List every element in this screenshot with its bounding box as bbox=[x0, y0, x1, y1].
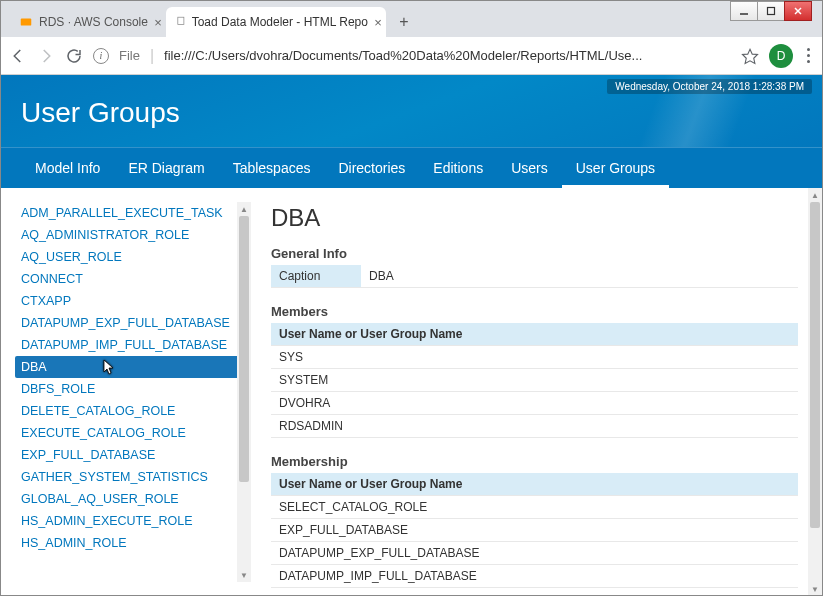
new-tab-button[interactable]: + bbox=[392, 10, 416, 34]
window-close-button[interactable] bbox=[784, 1, 812, 21]
main-scrollbar[interactable]: ▲ ▼ bbox=[808, 188, 822, 596]
sidebar-item[interactable]: DATAPUMP_IMP_FULL_DATABASE bbox=[15, 334, 247, 356]
table-row: RDSADMIN bbox=[271, 415, 798, 438]
sidebar-item[interactable]: GATHER_SYSTEM_STATISTICS bbox=[15, 466, 247, 488]
browser-toolbar: i File | file:///C:/Users/dvohra/Documen… bbox=[1, 37, 822, 75]
browser-tabstrip: RDS · AWS Console × Toad Data Modeler - … bbox=[1, 1, 822, 37]
mouse-cursor-icon bbox=[100, 358, 116, 378]
window-minimize-button[interactable] bbox=[730, 1, 758, 21]
scroll-thumb[interactable] bbox=[810, 202, 820, 528]
browser-tab[interactable]: Toad Data Modeler - HTML Repo × bbox=[166, 7, 386, 37]
cell: DATAPUMP_EXP_FULL_DATABASE bbox=[271, 542, 798, 565]
sidebar-item[interactable]: DBFS_ROLE bbox=[15, 378, 247, 400]
content-area: ADM_PARALLEL_EXECUTE_TASKAQ_ADMINISTRATO… bbox=[1, 188, 822, 596]
table-row: DVOHRA bbox=[271, 392, 798, 415]
scroll-down-icon[interactable]: ▼ bbox=[808, 582, 822, 596]
tab-close-icon[interactable]: × bbox=[374, 15, 382, 30]
cell: SYS bbox=[271, 346, 798, 369]
members-table: User Name or User Group Name SYSSYSTEMDV… bbox=[271, 323, 798, 438]
browser-tab[interactable]: RDS · AWS Console × bbox=[9, 7, 166, 37]
detail-panel: DBA General Info Caption DBA Members Use… bbox=[251, 188, 822, 596]
scroll-thumb[interactable] bbox=[239, 216, 249, 482]
cell: SYSTEM bbox=[271, 369, 798, 392]
nav-tab-model-info[interactable]: Model Info bbox=[21, 148, 114, 188]
reload-button[interactable] bbox=[65, 47, 83, 65]
caption-value: DBA bbox=[361, 265, 798, 288]
scroll-up-icon[interactable]: ▲ bbox=[237, 202, 251, 216]
sidebar-item[interactable]: CTXAPP bbox=[15, 290, 247, 312]
section-heading-members: Members bbox=[271, 304, 798, 319]
table-header-row: User Name or User Group Name bbox=[271, 473, 798, 496]
nav-tab-directories[interactable]: Directories bbox=[324, 148, 419, 188]
nav-tab-users[interactable]: Users bbox=[497, 148, 562, 188]
cell: DVOHRA bbox=[271, 392, 798, 415]
table-row: DATAPUMP_IMP_FULL_DATABASE bbox=[271, 565, 798, 588]
membership-table: User Name or User Group Name SELECT_CATA… bbox=[271, 473, 798, 588]
detail-title: DBA bbox=[271, 204, 798, 232]
sidebar-item[interactable]: AQ_ADMINISTRATOR_ROLE bbox=[15, 224, 247, 246]
timestamp-label: Wednesday, October 24, 2018 1:28:38 PM bbox=[607, 79, 812, 94]
sidebar-scrollbar[interactable]: ▲ ▼ bbox=[237, 202, 251, 582]
cell: RDSADMIN bbox=[271, 415, 798, 438]
members-header: User Name or User Group Name bbox=[271, 323, 798, 346]
svg-rect-4 bbox=[21, 19, 32, 26]
sidebar-item[interactable]: AQ_USER_ROLE bbox=[15, 246, 247, 268]
back-button[interactable] bbox=[9, 47, 27, 65]
aws-favicon-icon bbox=[19, 15, 33, 29]
bookmark-star-icon[interactable] bbox=[741, 47, 759, 65]
cell: EXP_FULL_DATABASE bbox=[271, 519, 798, 542]
svg-rect-1 bbox=[768, 8, 775, 15]
table-header-row: User Name or User Group Name bbox=[271, 323, 798, 346]
table-row: SELECT_CATALOG_ROLE bbox=[271, 496, 798, 519]
general-info-table: Caption DBA bbox=[271, 265, 798, 288]
nav-tab-er-diagram[interactable]: ER Diagram bbox=[114, 148, 218, 188]
sidebar-item[interactable]: DBA bbox=[15, 356, 247, 378]
scroll-down-icon[interactable]: ▼ bbox=[237, 568, 251, 582]
nav-tab-tablespaces[interactable]: Tablespaces bbox=[219, 148, 325, 188]
sidebar-item[interactable]: HS_ADMIN_ROLE bbox=[15, 532, 247, 554]
window-control-group bbox=[731, 1, 812, 21]
table-row: EXP_FULL_DATABASE bbox=[271, 519, 798, 542]
tab-title: RDS · AWS Console bbox=[39, 15, 148, 29]
sidebar-item[interactable]: GLOBAL_AQ_USER_ROLE bbox=[15, 488, 247, 510]
url-scheme-label: File bbox=[119, 48, 140, 63]
table-row: Caption DBA bbox=[271, 265, 798, 288]
nav-tab-user-groups[interactable]: User Groups bbox=[562, 148, 669, 188]
browser-menu-button[interactable] bbox=[803, 44, 814, 67]
scroll-up-icon[interactable]: ▲ bbox=[808, 188, 822, 202]
svg-rect-5 bbox=[178, 18, 184, 25]
sidebar-item[interactable]: DELETE_CATALOG_ROLE bbox=[15, 400, 247, 422]
table-row: DATAPUMP_EXP_FULL_DATABASE bbox=[271, 542, 798, 565]
forward-button[interactable] bbox=[37, 47, 55, 65]
tab-close-icon[interactable]: × bbox=[154, 15, 162, 30]
report-nav-tabs: Model InfoER DiagramTablespacesDirectori… bbox=[1, 147, 822, 188]
sidebar-item[interactable]: EXP_FULL_DATABASE bbox=[15, 444, 247, 466]
section-heading-general: General Info bbox=[271, 246, 798, 261]
sidebar-item[interactable]: ADM_PARALLEL_EXECUTE_TASK bbox=[15, 202, 247, 224]
document-favicon-icon bbox=[176, 15, 186, 29]
svg-marker-6 bbox=[743, 49, 758, 63]
table-row: SYSTEM bbox=[271, 369, 798, 392]
table-row: SYS bbox=[271, 346, 798, 369]
membership-header: User Name or User Group Name bbox=[271, 473, 798, 496]
sidebar-item[interactable]: DATAPUMP_EXP_FULL_DATABASE bbox=[15, 312, 247, 334]
page-header: Wednesday, October 24, 2018 1:28:38 PM U… bbox=[1, 75, 822, 147]
address-bar[interactable]: file:///C:/Users/dvohra/Documents/Toad%2… bbox=[164, 48, 731, 63]
page-title: User Groups bbox=[21, 97, 802, 129]
profile-avatar[interactable]: D bbox=[769, 44, 793, 68]
tab-title: Toad Data Modeler - HTML Repo bbox=[192, 15, 368, 29]
cell: SELECT_CATALOG_ROLE bbox=[271, 496, 798, 519]
sidebar-item[interactable]: CONNECT bbox=[15, 268, 247, 290]
caption-label: Caption bbox=[271, 265, 361, 288]
site-info-icon[interactable]: i bbox=[93, 48, 109, 64]
nav-tab-editions[interactable]: Editions bbox=[419, 148, 497, 188]
sidebar: ADM_PARALLEL_EXECUTE_TASKAQ_ADMINISTRATO… bbox=[1, 188, 251, 596]
section-heading-membership: Membership bbox=[271, 454, 798, 469]
sidebar-item[interactable]: HS_ADMIN_EXECUTE_ROLE bbox=[15, 510, 247, 532]
window-maximize-button[interactable] bbox=[757, 1, 785, 21]
sidebar-item[interactable]: EXECUTE_CATALOG_ROLE bbox=[15, 422, 247, 444]
cell: DATAPUMP_IMP_FULL_DATABASE bbox=[271, 565, 798, 588]
